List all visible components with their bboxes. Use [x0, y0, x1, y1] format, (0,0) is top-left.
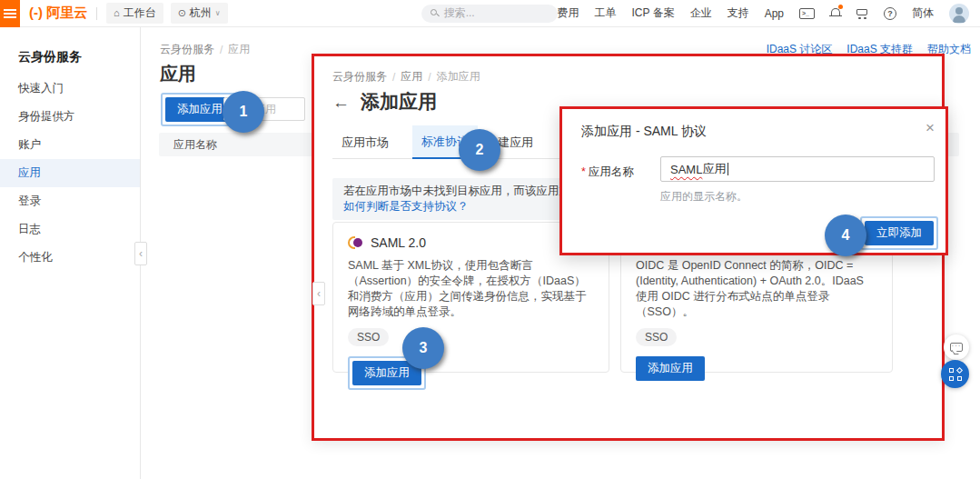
submit-button-focus-ring: 立即添加: [860, 216, 938, 250]
menu-item-billing[interactable]: 费用: [558, 5, 579, 21]
app-name-field-label: *应用名称: [581, 165, 634, 180]
search-icon: [431, 9, 439, 17]
input-value-rest: 应用: [702, 161, 726, 177]
widgets-float-button[interactable]: [941, 360, 969, 388]
breadcrumb-separator: /: [392, 71, 395, 84]
required-mark: *: [581, 165, 586, 178]
close-icon[interactable]: ×: [926, 120, 935, 135]
screen: (-) 阿里云 ⌂ 工作台 ⊙ 杭州 ∨ 搜索... 费用 工单 ICP 备案 …: [0, 0, 980, 479]
user-avatar[interactable]: [949, 4, 969, 24]
chevron-down-icon: ∨: [215, 9, 221, 17]
region-selector[interactable]: ⊙ 杭州 ∨: [171, 3, 228, 24]
page-title: 应用: [160, 62, 196, 86]
step-annotation-4: 4: [825, 215, 866, 256]
breadcrumb-separator: /: [220, 44, 223, 56]
sidebar-item-logs[interactable]: 日志: [0, 215, 140, 244]
divider: [96, 7, 97, 20]
breadcrumb-item[interactable]: 云身份服务: [160, 42, 214, 57]
search-placeholder: 搜索...: [444, 5, 475, 21]
menu-item-app[interactable]: App: [765, 7, 784, 20]
breadcrumb-item[interactable]: 云身份服务: [332, 69, 387, 85]
sidebar-item-quickstart[interactable]: 快速入门: [0, 75, 140, 103]
breadcrumb-current: 应用: [228, 42, 250, 57]
sidebar-item-applications[interactable]: 应用: [0, 159, 140, 187]
collapse-icon: ‹: [317, 287, 321, 300]
sidebar-title: 云身份服务: [0, 27, 140, 75]
cloudshell-icon[interactable]: >_: [799, 8, 815, 19]
topbar-right-nav: 费用 工单 ICP 备案 企业 支持 App >_ ? 简体: [558, 4, 980, 24]
saml-card-description: SAML 基于 XML协议，使用包含断言（Assertion）的安全令牌，在授权…: [348, 258, 594, 320]
menu-item-icp[interactable]: ICP 备案: [632, 5, 675, 21]
workbench-label: 工作台: [124, 5, 156, 21]
home-icon: ⌂: [114, 8, 120, 18]
oidc-card-actions: 添加应用: [636, 356, 877, 381]
table-header-app-name: 应用名称: [173, 137, 217, 153]
overlay-title-row: ← 添加应用: [332, 89, 437, 115]
app-name-helper-text: 应用的显示名称。: [660, 189, 747, 205]
input-value-flagged: SAML: [670, 163, 702, 176]
notifications-bell-icon[interactable]: [830, 7, 841, 19]
add-saml-app-dialog: 添加应用 - SAML 协议 × *应用名称 SAML 应用 应用的显示名称。 …: [559, 106, 948, 255]
locale-switcher[interactable]: 简体: [912, 5, 934, 21]
saml-card-header: SAML 2.0: [348, 234, 594, 252]
overlay-breadcrumb: 云身份服务 / 应用 / 添加应用: [332, 69, 480, 85]
menu-item-tickets[interactable]: 工单: [595, 5, 617, 21]
aliyun-logo[interactable]: (-) 阿里云: [29, 5, 87, 22]
feedback-float-button[interactable]: ···: [944, 334, 969, 360]
oidc-card-description: OIDC 是 OpenID Connect 的简称，OIDC = (Identi…: [636, 258, 877, 320]
saml-card-title: SAML 2.0: [371, 235, 426, 250]
breadcrumb-separator: /: [428, 71, 431, 84]
sidebar-item-personalization[interactable]: 个性化: [0, 244, 140, 272]
app-name-input[interactable]: SAML 应用: [660, 156, 935, 182]
region-label: 杭州: [190, 5, 212, 21]
text-caret: [728, 163, 728, 175]
breadcrumb: 云身份服务 / 应用: [160, 42, 250, 57]
back-arrow-icon[interactable]: ←: [332, 94, 350, 111]
notification-dot: [838, 5, 843, 9]
cart-icon[interactable]: [856, 8, 868, 19]
panel-collapse-handle[interactable]: ‹: [312, 282, 325, 305]
menu-item-support[interactable]: 支持: [728, 5, 749, 21]
topbar: (-) 阿里云 ⌂ 工作台 ⊙ 杭州 ∨ 搜索... 费用 工单 ICP 备案 …: [0, 0, 980, 27]
saml-card-actions: 添加应用: [348, 356, 594, 390]
step-annotation-3: 3: [402, 327, 444, 369]
breadcrumb-current: 添加应用: [437, 69, 480, 85]
saml-logo-icon: [348, 235, 362, 250]
apps-grid-icon: [949, 368, 962, 381]
step-annotation-2: 2: [459, 129, 500, 171]
location-icon: ⊙: [178, 8, 186, 18]
collapse-icon: ‹: [139, 247, 143, 260]
hamburger-menu-icon[interactable]: [0, 0, 20, 27]
sidebar-item-login[interactable]: 登录: [0, 187, 140, 215]
help-icon[interactable]: ?: [884, 7, 896, 20]
workbench-button[interactable]: ⌂ 工作台: [106, 3, 163, 24]
tab-app-market[interactable]: 应用市场: [332, 125, 398, 159]
submit-add-button[interactable]: 立即添加: [865, 221, 934, 245]
menu-item-enterprise[interactable]: 企业: [690, 5, 712, 21]
oidc-sso-badge: SSO: [636, 328, 677, 346]
sidebar-collapse-handle[interactable]: ‹: [134, 242, 147, 265]
sidebar: 云身份服务 快速入门 身份提供方 账户 应用 登录 日志 个性化: [0, 27, 141, 479]
step-annotation-1: 1: [223, 91, 264, 133]
overlay-page-title: 添加应用: [361, 89, 437, 115]
chat-bubble-icon: ···: [950, 343, 963, 352]
global-search-input[interactable]: 搜索...: [421, 5, 558, 23]
sidebar-item-accounts[interactable]: 账户: [0, 131, 140, 159]
dialog-title: 添加应用 - SAML 协议: [581, 124, 707, 140]
breadcrumb-item[interactable]: 应用: [401, 69, 422, 85]
field-label-text: 应用名称: [589, 165, 634, 178]
sidebar-item-idp[interactable]: 身份提供方: [0, 103, 140, 131]
oidc-add-app-button[interactable]: 添加应用: [636, 356, 705, 381]
saml-sso-badge: SSO: [348, 328, 389, 346]
